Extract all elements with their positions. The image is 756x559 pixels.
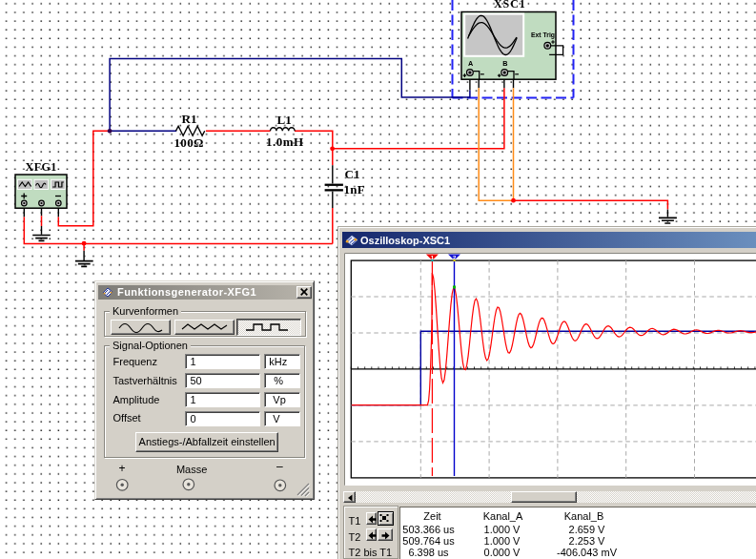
svg-text:XFG1: XFG1 [26,160,57,174]
svg-text:L1: L1 [277,113,292,127]
svg-text:R1: R1 [182,112,197,126]
svg-text:C1: C1 [345,167,360,181]
svg-text:1nF: 1nF [344,182,366,197]
svg-text:100Ω: 100Ω [174,135,204,150]
svg-text:B: B [502,59,507,68]
svg-text:1.0mH: 1.0mH [266,135,304,149]
svg-text:Ext Trig: Ext Trig [531,31,555,39]
svg-text:A: A [468,59,474,68]
svg-text:XSC1: XSC1 [494,0,526,10]
